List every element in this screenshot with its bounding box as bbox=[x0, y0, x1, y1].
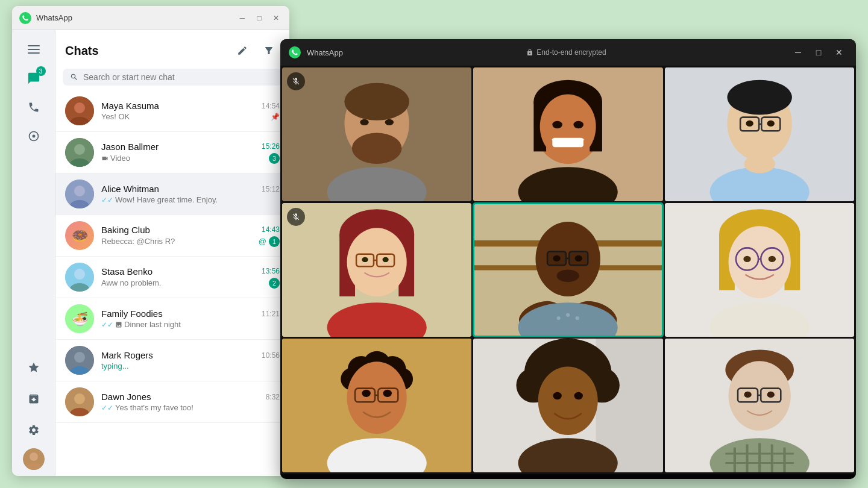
unread-badge-stasa: 2 bbox=[269, 278, 280, 289]
svg-point-59 bbox=[744, 155, 775, 174]
person-5-svg bbox=[473, 203, 662, 337]
main-whatsapp-window: WhatsApp ─ □ ✕ 3 bbox=[12, 6, 289, 476]
chat-info-mark: Mark Rogers 10:56 typing... bbox=[101, 350, 280, 371]
video-cell-4 bbox=[282, 203, 471, 337]
video-title-text: WhatsApp bbox=[307, 48, 343, 57]
person-7-svg bbox=[282, 339, 471, 472]
chat-time-dawn: 8:32 bbox=[266, 393, 280, 401]
svg-point-69 bbox=[362, 257, 368, 262]
chat-preview-alice: ✓✓ Wow! Have great time. Enjoy. bbox=[101, 195, 218, 204]
search-icon bbox=[70, 73, 78, 81]
maximize-btn-main[interactable]: □ bbox=[253, 12, 265, 24]
sidebar-menu-icon[interactable] bbox=[20, 36, 47, 63]
video-cell-7 bbox=[282, 339, 471, 472]
sidebar-chats-icon[interactable]: 3 bbox=[20, 65, 47, 92]
sidebar: 3 bbox=[12, 30, 55, 476]
svg-point-37 bbox=[385, 119, 394, 125]
chats-badge: 3 bbox=[36, 66, 46, 76]
svg-point-122 bbox=[553, 392, 562, 399]
video-cell-2 bbox=[473, 67, 662, 201]
user-avatar-sidebar[interactable] bbox=[23, 448, 45, 470]
chat-list: Maya Kasuma 14:54 Yes! OK 📌 bbox=[55, 90, 289, 476]
chat-name-mark: Mark Rogers bbox=[101, 350, 153, 360]
new-chat-button[interactable] bbox=[231, 40, 253, 61]
minimize-btn-main[interactable]: ─ bbox=[236, 12, 248, 24]
video-call-window: WhatsApp End-to-end encrypted ─ □ ✕ bbox=[280, 39, 856, 479]
chat-name-maya: Maya Kasuma bbox=[101, 101, 159, 111]
chat-item-baking[interactable]: 🍩 Baking Club 14:43 Rebecca: @Chris R? @… bbox=[55, 215, 289, 257]
video-cell-3 bbox=[665, 67, 854, 201]
sidebar-starred-icon[interactable] bbox=[20, 354, 47, 381]
svg-point-21 bbox=[74, 269, 85, 280]
chat-name-stasa: Stasa Benko bbox=[101, 266, 153, 277]
avatar-dawn bbox=[65, 387, 94, 416]
avatar-baking: 🍩 bbox=[65, 221, 94, 250]
mute-icon-4 bbox=[287, 208, 305, 226]
filter-button[interactable] bbox=[258, 40, 280, 61]
svg-rect-2 bbox=[28, 49, 40, 50]
whatsapp-logo-video bbox=[289, 46, 301, 58]
video-cell-9 bbox=[665, 339, 854, 472]
avatar-mark bbox=[65, 346, 94, 375]
chat-time-family: 11:21 bbox=[262, 310, 280, 318]
svg-rect-1 bbox=[28, 45, 40, 46]
chats-header-icons bbox=[231, 40, 280, 61]
chat-item-stasa[interactable]: Stasa Benko 13:56 Aww no problem. 2 bbox=[55, 257, 289, 298]
chat-item-family[interactable]: 🍜 Family Foodies 11:21 ✓✓ Dinner last ni… bbox=[55, 298, 289, 340]
chat-info-baking: Baking Club 14:43 Rebecca: @Chris R? @ 1 bbox=[101, 225, 280, 247]
chat-item-maya[interactable]: Maya Kasuma 14:54 Yes! OK 📌 bbox=[55, 90, 289, 132]
avatar-stasa bbox=[65, 263, 94, 292]
svg-point-94 bbox=[728, 226, 790, 298]
chat-info-dawn: Dawn Jones 8:32 ✓✓ Yes that's my fave to… bbox=[101, 392, 280, 412]
avatar-alice bbox=[65, 180, 94, 208]
svg-point-133 bbox=[767, 392, 774, 398]
chat-name-baking: Baking Club bbox=[101, 225, 150, 235]
sidebar-archive-icon[interactable] bbox=[20, 386, 47, 412]
video-cell-5 bbox=[473, 203, 662, 337]
sidebar-settings-icon[interactable] bbox=[20, 417, 47, 443]
chat-item-mark[interactable]: Mark Rogers 10:56 typing... bbox=[55, 340, 289, 381]
chat-preview-jason: Video bbox=[101, 154, 130, 163]
unread-badge-baking: 1 bbox=[269, 236, 280, 247]
sidebar-status-icon[interactable] bbox=[20, 123, 47, 149]
svg-point-86 bbox=[557, 316, 561, 320]
close-btn-video[interactable]: ✕ bbox=[831, 44, 848, 61]
chat-item-alice[interactable]: Alice Whitman 15:12 ✓✓ Wow! Have great t… bbox=[55, 174, 289, 215]
chat-name-dawn: Dawn Jones bbox=[101, 392, 151, 402]
chat-preview-family: ✓✓ Dinner last night bbox=[101, 320, 181, 329]
svg-point-99 bbox=[768, 256, 775, 262]
svg-point-45 bbox=[540, 94, 596, 158]
chat-item-jason[interactable]: Jason Ballmer 15:26 Video 3 bbox=[55, 132, 289, 174]
chat-preview-mark: typing... bbox=[101, 361, 129, 371]
svg-point-132 bbox=[744, 392, 751, 398]
chat-preview-maya: Yes! OK bbox=[101, 112, 130, 121]
svg-point-81 bbox=[575, 255, 582, 261]
svg-point-5 bbox=[32, 135, 35, 138]
svg-point-87 bbox=[566, 313, 570, 317]
svg-point-46 bbox=[553, 121, 563, 128]
svg-point-13 bbox=[74, 144, 85, 155]
close-btn-main[interactable]: ✕ bbox=[270, 12, 282, 24]
avatar-maya bbox=[65, 96, 94, 125]
minimize-btn-video[interactable]: ─ bbox=[790, 44, 807, 61]
chat-item-dawn[interactable]: Dawn Jones 8:32 ✓✓ Yes that's my fave to… bbox=[55, 381, 289, 423]
svg-point-70 bbox=[382, 257, 388, 262]
person-9-svg bbox=[665, 339, 854, 472]
search-input[interactable] bbox=[83, 72, 275, 82]
video-titlebar: WhatsApp End-to-end encrypted ─ □ ✕ bbox=[280, 39, 856, 66]
pin-icon-maya: 📌 bbox=[271, 113, 280, 121]
chat-time-maya: 14:54 bbox=[262, 102, 280, 110]
avatar-jason bbox=[65, 138, 94, 167]
svg-point-10 bbox=[74, 102, 85, 113]
chat-name-jason: Jason Ballmer bbox=[101, 142, 159, 152]
svg-point-123 bbox=[574, 392, 583, 399]
svg-point-56 bbox=[746, 120, 753, 127]
chat-preview-dawn: ✓✓ Yes that's my fave too! bbox=[101, 403, 193, 412]
svg-point-7 bbox=[30, 452, 38, 461]
maximize-btn-video[interactable]: □ bbox=[810, 44, 827, 61]
mute-icon-1 bbox=[287, 72, 305, 90]
svg-rect-3 bbox=[28, 52, 40, 54]
sidebar-calls-icon[interactable] bbox=[20, 94, 47, 120]
person-4-svg bbox=[282, 203, 471, 337]
video-grid bbox=[280, 66, 856, 474]
